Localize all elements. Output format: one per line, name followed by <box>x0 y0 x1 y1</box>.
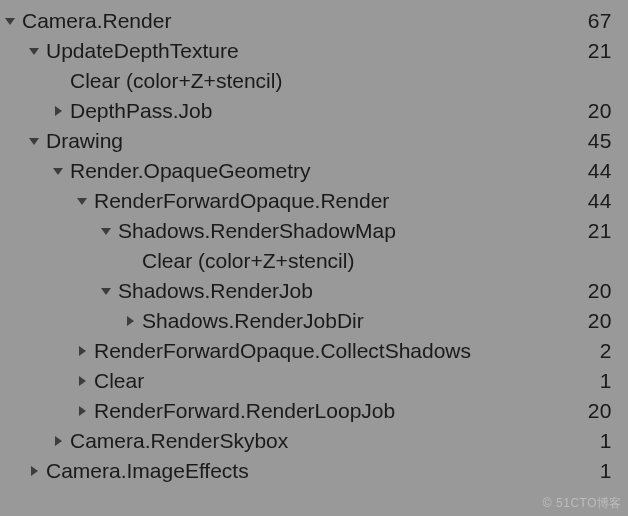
indent <box>0 201 72 202</box>
indent <box>0 111 48 112</box>
row-label: Clear (color+Z+stencil) <box>140 246 354 276</box>
indent <box>0 321 120 322</box>
row-label: Shadows.RenderJob <box>116 276 313 306</box>
svg-marker-1 <box>29 48 39 55</box>
svg-marker-11 <box>79 406 86 416</box>
row-value: 1 <box>600 426 618 456</box>
indent <box>0 51 24 52</box>
svg-marker-13 <box>31 466 38 476</box>
row-label: RenderForward.RenderLoopJob <box>92 396 395 426</box>
tree-row[interactable]: Shadows.RenderShadowMap21 <box>0 216 618 246</box>
row-label: Drawing <box>44 126 123 156</box>
indent <box>0 351 72 352</box>
svg-marker-10 <box>79 376 86 386</box>
tree-row[interactable]: Clear (color+Z+stencil) <box>0 246 618 276</box>
row-value: 20 <box>588 306 618 336</box>
tree-row[interactable]: Clear (color+Z+stencil) <box>0 66 618 96</box>
tree-row[interactable]: Camera.RenderSkybox1 <box>0 426 618 456</box>
disclosure-collapsed-icon[interactable] <box>72 375 92 387</box>
tree-row[interactable]: Shadows.RenderJob20 <box>0 276 618 306</box>
row-label: RenderForwardOpaque.CollectShadows <box>92 336 471 366</box>
row-label: Shadows.RenderJobDir <box>140 306 364 336</box>
indent <box>0 231 96 232</box>
disclosure-none-icon <box>120 256 140 266</box>
row-value: 67 <box>588 6 618 36</box>
row-value: 45 <box>588 126 618 156</box>
indent <box>0 291 96 292</box>
row-value: 20 <box>588 396 618 426</box>
row-value: 44 <box>588 186 618 216</box>
tree-row[interactable]: Camera.ImageEffects1 <box>0 456 618 486</box>
svg-marker-4 <box>53 168 63 175</box>
row-label: Clear <box>92 366 144 396</box>
row-value: 1 <box>600 366 618 396</box>
tree-row[interactable]: RenderForwardOpaque.Render44 <box>0 186 618 216</box>
disclosure-none-icon <box>48 76 68 86</box>
profiler-tree: Camera.Render67UpdateDepthTexture21Clear… <box>0 0 628 492</box>
row-label: RenderForwardOpaque.Render <box>92 186 389 216</box>
row-value: 21 <box>588 216 618 246</box>
disclosure-expanded-icon[interactable] <box>96 285 116 297</box>
indent <box>0 81 48 82</box>
disclosure-expanded-icon[interactable] <box>24 135 44 147</box>
tree-row[interactable]: Render.OpaqueGeometry44 <box>0 156 618 186</box>
row-value: 20 <box>588 96 618 126</box>
svg-marker-5 <box>77 198 87 205</box>
row-label: Clear (color+Z+stencil) <box>68 66 282 96</box>
svg-marker-9 <box>79 346 86 356</box>
svg-marker-3 <box>29 138 39 145</box>
indent <box>0 171 48 172</box>
indent <box>0 261 120 262</box>
disclosure-collapsed-icon[interactable] <box>48 435 68 447</box>
disclosure-expanded-icon[interactable] <box>24 45 44 57</box>
indent <box>0 381 72 382</box>
svg-marker-0 <box>5 18 15 25</box>
row-label: Camera.RenderSkybox <box>68 426 288 456</box>
indent <box>0 141 24 142</box>
disclosure-collapsed-icon[interactable] <box>24 465 44 477</box>
tree-row[interactable]: Clear1 <box>0 366 618 396</box>
row-label: DepthPass.Job <box>68 96 212 126</box>
indent <box>0 441 48 442</box>
watermark: © 51CTO博客 <box>543 495 622 512</box>
tree-row[interactable]: UpdateDepthTexture21 <box>0 36 618 66</box>
row-label: Camera.ImageEffects <box>44 456 249 486</box>
tree-row[interactable]: Drawing45 <box>0 126 618 156</box>
row-label: Render.OpaqueGeometry <box>68 156 310 186</box>
tree-row[interactable]: RenderForward.RenderLoopJob20 <box>0 396 618 426</box>
disclosure-collapsed-icon[interactable] <box>72 345 92 357</box>
row-value: 44 <box>588 156 618 186</box>
disclosure-collapsed-icon[interactable] <box>120 315 140 327</box>
svg-marker-2 <box>55 106 62 116</box>
disclosure-collapsed-icon[interactable] <box>72 405 92 417</box>
svg-marker-12 <box>55 436 62 446</box>
tree-row[interactable]: Shadows.RenderJobDir20 <box>0 306 618 336</box>
tree-row[interactable]: DepthPass.Job20 <box>0 96 618 126</box>
disclosure-expanded-icon[interactable] <box>96 225 116 237</box>
row-label: UpdateDepthTexture <box>44 36 239 66</box>
row-value: 1 <box>600 456 618 486</box>
row-label: Camera.Render <box>20 6 171 36</box>
tree-row[interactable]: Camera.Render67 <box>0 6 618 36</box>
disclosure-expanded-icon[interactable] <box>72 195 92 207</box>
row-value: 2 <box>600 336 618 366</box>
disclosure-expanded-icon[interactable] <box>0 15 20 27</box>
svg-marker-8 <box>127 316 134 326</box>
row-label: Shadows.RenderShadowMap <box>116 216 396 246</box>
indent <box>0 411 72 412</box>
indent <box>0 471 24 472</box>
disclosure-collapsed-icon[interactable] <box>48 105 68 117</box>
tree-row[interactable]: RenderForwardOpaque.CollectShadows2 <box>0 336 618 366</box>
disclosure-expanded-icon[interactable] <box>48 165 68 177</box>
svg-marker-6 <box>101 228 111 235</box>
row-value: 21 <box>588 36 618 66</box>
row-value: 20 <box>588 276 618 306</box>
svg-marker-7 <box>101 288 111 295</box>
